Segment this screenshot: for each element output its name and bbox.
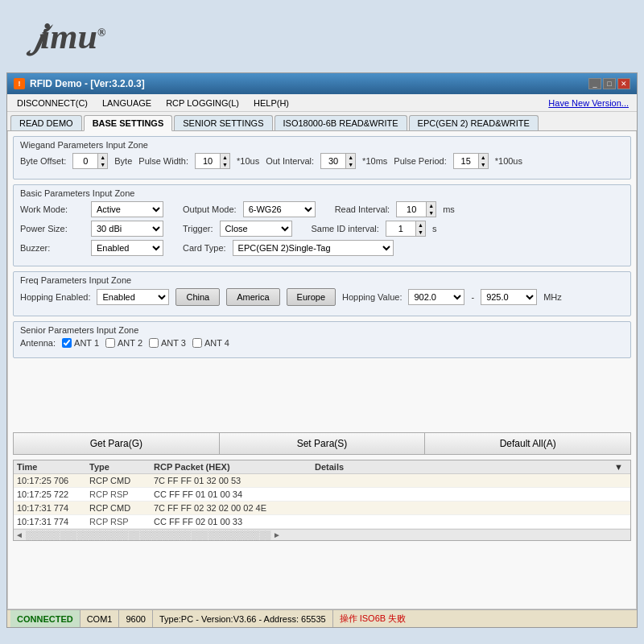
europe-button[interactable]: Europe [287,288,336,306]
tab-senior-settings[interactable]: SENIOR SETTINGS [174,115,272,130]
card-type-select[interactable]: EPC(GEN 2)Single-Tag EPC(GEN 2)Multi-Tag… [233,240,394,256]
menu-rcp-logging[interactable]: RCP LOGGING(L) [159,97,246,109]
same-id-input[interactable] [386,221,415,236]
menu-disconnect[interactable]: DISCONNECT(C) [10,97,94,109]
out-interval-up[interactable]: ▲ [346,154,355,161]
set-para-button[interactable]: Set Para(S) [220,433,426,454]
log-row: 10:17:25 722 RCP RSP CC FF FF 01 01 00 3… [14,488,630,502]
log-container: Time Type RCP Packet (HEX) Details ▼ 10:… [13,460,631,541]
out-interval-btns: ▲ ▼ [345,154,355,168]
pulse-width-down[interactable]: ▼ [221,161,229,168]
tab-iso18000[interactable]: ISO18000-6B READ&WRITE [275,115,407,130]
ant4-label: ANT 4 [204,338,229,348]
byte-label: Byte [114,156,132,166]
log-cell-type: RCP RSP [89,489,154,499]
byte-offset-input[interactable] [73,154,97,168]
out-interval-input[interactable] [321,154,345,168]
trigger-label: Trigger: [183,224,213,233]
pulse-width-input[interactable] [196,154,220,168]
tab-read-demo[interactable]: READ DEMO [10,115,82,130]
log-cell-time: 10:17:25 722 [17,489,89,499]
pulse-width-spinner[interactable]: ▲ ▼ [195,153,230,169]
status-bar: CONNECTED COM1 9600 Type:PC - Version:V3… [7,609,637,627]
read-interval-up[interactable]: ▲ [427,202,436,209]
ant3-label: ANT 3 [161,338,186,348]
output-mode-select[interactable]: 6-WG26 6-WG34 [243,201,316,217]
pulse-period-down[interactable]: ▼ [479,161,488,168]
hopping-low-select[interactable]: 902.0 920.0 [408,289,464,305]
senior-title: Senior Parameters Input Zone [20,325,624,335]
output-mode-label: Output Mode: [183,204,237,214]
pulse-width-up[interactable]: ▲ [221,154,229,161]
tab-base-settings[interactable]: BASE SETTINGS [84,115,173,131]
status-com: COM1 [80,610,120,627]
ant2-checkbox[interactable] [105,338,115,348]
log-cell-time: 10:17:25 706 [17,476,89,485]
log-header-type: Type [89,462,154,472]
maximize-button[interactable]: □ [603,78,616,89]
read-interval-label: Read Interval: [335,204,390,214]
buzzer-label: Buzzer: [20,243,85,253]
out-interval-spinner[interactable]: ▲ ▼ [320,153,356,169]
window-title: RFID Demo - [Ver:3.2.0.3] [30,78,145,89]
byte-offset-btns: ▲ ▼ [97,154,107,168]
byte-offset-spinner[interactable]: ▲ ▼ [72,153,108,169]
default-all-button[interactable]: Default All(A) [425,433,630,454]
byte-offset-up[interactable]: ▲ [98,154,107,161]
have-new-version-link[interactable]: Have New Version... [548,98,634,108]
trigger-select[interactable]: Close Open [220,221,292,237]
log-header-scroll: ▼ [614,462,627,472]
log-cell-time: 10:17:31 774 [17,503,89,513]
same-id-unit: s [432,224,437,233]
read-interval-spinner[interactable]: ▲ ▼ [396,201,436,217]
content-area: Wiegand Parameters Input Zone Byte Offse… [7,131,637,609]
read-interval-unit: ms [443,204,455,214]
hopping-label: Hopping Enabled: [20,292,90,302]
ant2-group: ANT 2 [105,338,142,348]
get-para-button[interactable]: Get Para(G) [14,433,220,454]
read-interval-down[interactable]: ▼ [427,209,436,217]
byte-offset-down[interactable]: ▼ [98,161,107,168]
senior-zone: Senior Parameters Input Zone Antenna: AN… [13,321,631,358]
out-unit: *10ms [362,156,387,166]
log-header-time: Time [17,462,89,472]
hopping-select[interactable]: Enabled Disabled [97,289,169,305]
pulse-width-label: Pulse Width: [138,156,188,166]
ant1-checkbox[interactable] [62,338,72,348]
tab-epc-gen2[interactable]: EPC(GEN 2) READ&WRITE [409,115,539,130]
freq-row: Hopping Enabled: Enabled Disabled China … [20,288,624,306]
out-interval-down[interactable]: ▼ [346,161,355,168]
same-id-spinner[interactable]: ▲ ▼ [386,221,426,237]
pulse-period-spinner[interactable]: ▲ ▼ [453,153,489,169]
ant4-group: ANT 4 [192,338,229,348]
same-id-up[interactable]: ▲ [416,221,425,229]
same-id-down[interactable]: ▼ [416,229,425,236]
china-button[interactable]: China [175,288,220,306]
ant3-checkbox[interactable] [149,338,159,348]
minimize-button[interactable]: _ [588,78,601,89]
buzzer-select[interactable]: Enabled Disabled [91,240,163,256]
pulse-period-input[interactable] [454,154,478,168]
menu-language[interactable]: LANGUAGE [96,97,158,109]
ant4-checkbox[interactable] [192,338,202,348]
hopping-high-select[interactable]: 925.0 928.0 [481,289,537,305]
close-button[interactable]: ✕ [617,78,630,89]
pulse-period-up[interactable]: ▲ [479,154,488,161]
america-button[interactable]: America [226,288,279,306]
read-interval-input[interactable] [397,202,426,217]
menu-items: DISCONNECT(C) LANGUAGE RCP LOGGING(L) HE… [10,97,295,109]
work-mode-select[interactable]: Active Passive [91,201,163,217]
log-cell-details [315,489,627,499]
title-bar: ! RFID Demo - [Ver:3.2.0.3] _ □ ✕ [7,73,637,94]
log-row: 10:17:31 774 RCP CMD 7C FF FF 02 32 02 0… [14,502,630,515]
main-window: ! RFID Demo - [Ver:3.2.0.3] _ □ ✕ DISCON… [6,72,638,628]
power-size-select[interactable]: 30 dBi 25 dBi [91,221,163,237]
horizontal-scrollbar[interactable]: ◄ ░░░░░░░░░░░░░░░░░░░░░░░░░░░░░░░░░░░░░░… [14,529,630,540]
title-controls: _ □ ✕ [588,78,630,89]
menu-help[interactable]: HELP(H) [247,97,295,109]
log-body[interactable]: 10:17:25 706 RCP CMD 7C FF FF 01 32 00 5… [14,474,630,529]
work-mode-label: Work Mode: [20,204,85,214]
app-icon: ! [14,78,25,89]
basic-row2: Power Size: 30 dBi 25 dBi Trigger: Close… [20,221,624,237]
basic-zone: Basic Parameters Input Zone Work Mode: A… [13,184,631,266]
